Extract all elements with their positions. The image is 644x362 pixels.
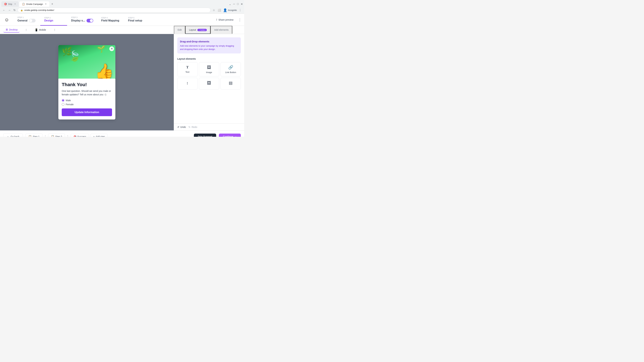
header-actions: ⤴ Share preview ⋮ bbox=[214, 17, 242, 22]
mobile-view-button[interactable]: 📱 Mobile bbox=[33, 27, 48, 32]
modal-image: 👍 🌿 🍃 🌱 bbox=[58, 45, 116, 79]
element-image-2[interactable]: 🖼 bbox=[199, 78, 219, 89]
tab-add-elements[interactable]: Add elements bbox=[210, 26, 232, 34]
spacer-element-icon: ↕ bbox=[186, 81, 188, 85]
profile-area: 👤 Incognito bbox=[223, 8, 237, 12]
footer-step1-icon: 📋 bbox=[28, 135, 32, 137]
continue-arrow-icon: → bbox=[234, 135, 237, 137]
success-icon: 🎯 bbox=[74, 135, 76, 137]
profile-icon: 👤 bbox=[223, 8, 227, 12]
main-layout: 🖥 Desktop ⋮ 📱 Mobile ⋮ 👍 🌿 🍃 bbox=[0, 26, 244, 130]
dnd-title: Drag-and-Drop elements bbox=[180, 40, 238, 43]
step-5-num: STEP 5 bbox=[128, 17, 147, 19]
tab-add-elements-label: Add elements bbox=[214, 28, 228, 31]
panel-bottom: ↺ Undo ↻ Redo bbox=[174, 123, 244, 130]
undo-label: Undo bbox=[180, 126, 186, 128]
step-4[interactable]: STEP 4 Field Mapping bbox=[97, 14, 124, 26]
desktop-view-button[interactable]: 🖥 Desktop bbox=[3, 27, 20, 32]
radio-male-label: Male bbox=[66, 99, 71, 102]
footer: ← Go back 📋 Step 1 ⋮ 📋 Step 2 ⋮ 🎯 Succes… bbox=[0, 130, 244, 137]
window-controls: ─ □ ✕ bbox=[233, 2, 243, 6]
tab-drip[interactable]: 🎯 Drip ✕ bbox=[1, 1, 18, 7]
tab-onsite[interactable]: 📋 Onsite Campaign ✕ bbox=[19, 1, 49, 7]
tab-drip-close[interactable]: ✕ bbox=[14, 3, 16, 5]
footer-step-1[interactable]: 📋 Step 1 bbox=[26, 133, 42, 137]
tab-onsite-close[interactable]: ✕ bbox=[45, 3, 46, 5]
radio-female-input[interactable] bbox=[62, 103, 64, 106]
add-step-button[interactable]: + Add step bbox=[90, 134, 108, 137]
modal-body: Thank You! One last question. Should we … bbox=[58, 79, 116, 119]
refresh-button[interactable]: ↻ bbox=[13, 8, 16, 12]
element-link-button[interactable]: 🔗 Link Button bbox=[220, 62, 241, 76]
link-button-element-icon: 🔗 bbox=[228, 65, 233, 70]
continue-button[interactable]: Continue → bbox=[219, 134, 241, 137]
dnd-card: Drag-and-Drop elements Add new elements … bbox=[177, 37, 241, 53]
image-element-icon: 🖼 bbox=[207, 65, 211, 70]
update-information-button[interactable]: Update Information bbox=[62, 108, 112, 116]
lock-icon: 🔒 bbox=[20, 9, 23, 11]
bookmark-button[interactable]: ☆ bbox=[212, 8, 216, 12]
step-1-toggle[interactable] bbox=[29, 19, 36, 22]
footer-step-2[interactable]: 📋 Step 2 bbox=[48, 133, 65, 137]
radio-female-label: Female bbox=[66, 103, 74, 106]
maximize-button[interactable]: □ bbox=[237, 2, 239, 5]
footer-success[interactable]: 🎯 Success bbox=[70, 134, 89, 137]
footer-step2-more[interactable]: ⋮ bbox=[66, 135, 69, 137]
step-1-num: STEP 1 bbox=[18, 16, 36, 18]
onsite-tab-icon: 📋 bbox=[22, 3, 25, 5]
element-layout[interactable]: ▤ bbox=[220, 78, 241, 89]
share-preview-button[interactable]: ⤴ Share preview bbox=[214, 17, 236, 22]
tab-onsite-label: Onsite Campaign bbox=[26, 3, 43, 5]
footer-step1-more[interactable]: ⋮ bbox=[44, 135, 47, 137]
step-2[interactable]: STEP 2 Design bbox=[40, 14, 67, 26]
redo-icon: ↻ bbox=[188, 126, 190, 128]
go-back-button[interactable]: ← Go back bbox=[3, 133, 23, 137]
element-text[interactable]: T Text bbox=[177, 62, 198, 76]
browser-chrome: 🎯 Drip ✕ 📋 Onsite Campaign ✕ + ⌄ ─ □ ✕ ←… bbox=[0, 0, 244, 14]
step-3-toggle[interactable] bbox=[86, 19, 93, 22]
step-3[interactable]: STEP 3 Display s... bbox=[67, 14, 97, 26]
tab-drip-label: Drip bbox=[8, 3, 12, 5]
app-logo: ☺ bbox=[3, 16, 11, 24]
minimize-button[interactable]: ─ bbox=[233, 2, 235, 5]
step-5[interactable]: STEP 5 Final setup bbox=[124, 14, 151, 26]
step-3-num: STEP 3 bbox=[71, 16, 93, 18]
radio-male[interactable]: Male bbox=[62, 99, 112, 102]
tab-edit[interactable]: Edit bbox=[174, 26, 185, 34]
drip-support-button[interactable]: Drip Support bbox=[194, 134, 216, 137]
step-1[interactable]: STEP 1 General bbox=[14, 14, 40, 26]
radio-male-input[interactable] bbox=[62, 99, 64, 102]
tab-overflow-button[interactable]: ⌄ bbox=[229, 2, 231, 6]
undo-button[interactable]: ↺ Undo bbox=[177, 126, 186, 128]
desktop-more-button[interactable]: ⋮ bbox=[23, 27, 29, 32]
radio-female[interactable]: Female bbox=[62, 103, 112, 106]
extensions-button[interactable]: ⬜ bbox=[217, 8, 222, 12]
campaign-modal: 👍 🌿 🍃 🌱 ✕ Thank You! One last question. … bbox=[58, 45, 116, 119]
panel-tabs: Edit Layout 1 hidden Add elements bbox=[174, 26, 244, 34]
redo-button[interactable]: ↻ Redo bbox=[188, 126, 197, 128]
mobile-label: Mobile bbox=[39, 28, 46, 31]
radio-group: Male Female bbox=[62, 99, 112, 106]
step-1-name: General bbox=[18, 19, 28, 22]
back-arrow-icon: ← bbox=[7, 135, 9, 137]
close-window-button[interactable]: ✕ bbox=[241, 2, 243, 6]
desktop-icon: 🖥 bbox=[5, 28, 8, 31]
forward-nav-button[interactable]: → bbox=[8, 8, 12, 12]
new-tab-button[interactable]: + bbox=[50, 2, 54, 6]
element-image[interactable]: 🖼 Image bbox=[199, 62, 219, 76]
mobile-more-button[interactable]: ⋮ bbox=[52, 27, 58, 32]
update-btn-label: Update Information bbox=[75, 111, 99, 114]
footer-steps: 📋 Step 1 ⋮ 📋 Step 2 ⋮ 🎯 Success + Add st… bbox=[26, 133, 191, 137]
footer-step1-label: Step 1 bbox=[33, 135, 40, 137]
tab-layout[interactable]: Layout 1 hidden bbox=[185, 26, 210, 34]
drip-tab-icon: 🎯 bbox=[4, 3, 7, 5]
link-button-element-label: Link Button bbox=[225, 71, 236, 73]
header-more-button[interactable]: ⋮ bbox=[238, 18, 242, 22]
url-bar[interactable]: 🔒 onsite.getdrip.com/drip-builder/ bbox=[18, 8, 211, 12]
menu-button[interactable]: ⋮ bbox=[238, 8, 242, 12]
element-spacer[interactable]: ↕ bbox=[177, 78, 198, 89]
step-2-name: Design bbox=[44, 19, 63, 22]
back-nav-button[interactable]: ← bbox=[2, 8, 6, 12]
modal-close-button[interactable]: ✕ bbox=[109, 46, 114, 51]
tab-edit-label: Edit bbox=[178, 28, 182, 31]
